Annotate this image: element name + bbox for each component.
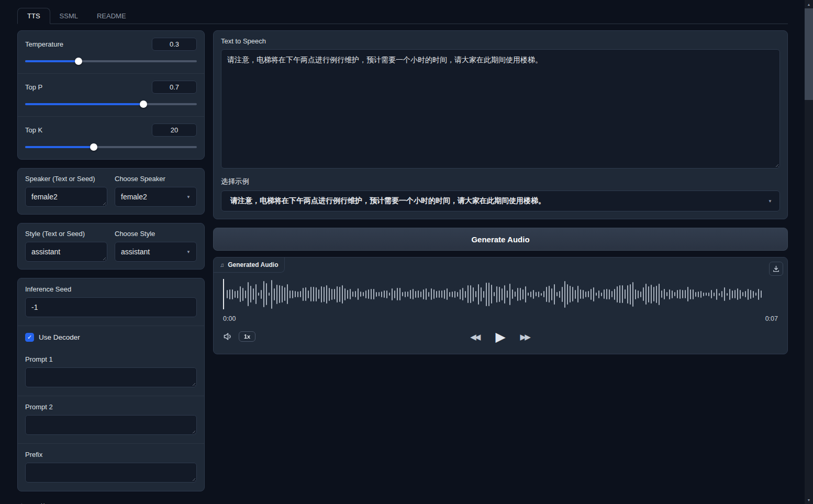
top-k-value-input[interactable]: 20 (152, 124, 197, 137)
music-note-icon: ♫ (220, 262, 224, 268)
top-p-slider[interactable] (25, 100, 197, 108)
prefix-input[interactable] (25, 463, 197, 483)
example-selected-value: 请注意，电梯将在下午两点进行例行维护，预计需要一个小时的时间，请大家在此期间使用… (230, 196, 545, 206)
tts-tab-content: Temperature 0.3 Top P 0.7 (17, 30, 788, 491)
generated-audio-title: Generated Audio (228, 261, 278, 268)
choose-style-dropdown[interactable]: assistant ▼ (115, 242, 197, 262)
top-k-row: Top K 20 (18, 116, 204, 159)
right-column: Text to Speech 请注意，电梯将在下午两点进行例行维护，预计需要一个… (213, 30, 788, 354)
chevron-down-icon: ▼ (768, 199, 772, 204)
slider-fill (25, 60, 79, 62)
current-time: 0:00 (223, 315, 236, 322)
top-p-value-input[interactable]: 0.7 (152, 81, 197, 94)
inference-seed-label: Inference Seed (25, 285, 197, 293)
prompt1-row: Prompt 1 (18, 349, 204, 396)
prefix-label: Prefix (25, 451, 197, 458)
temperature-slider[interactable] (25, 58, 197, 65)
playback-speed-button[interactable]: 1x (239, 331, 255, 342)
tab-readme[interactable]: README (87, 8, 136, 24)
top-p-label: Top P (25, 83, 42, 91)
inference-seed-row: Inference Seed (18, 278, 204, 326)
duration: 0:07 (765, 315, 778, 322)
chevron-down-icon: ▼ (186, 195, 191, 199)
top-k-label: Top K (25, 126, 42, 134)
use-decoder-checkbox[interactable]: ✓ (25, 333, 34, 342)
choose-style-value: assistant (121, 248, 150, 256)
fast-forward-icon[interactable]: ▶▶ (520, 332, 531, 341)
chevron-down-icon: ▼ (186, 250, 191, 254)
check-icon: ✓ (27, 334, 32, 340)
scroll-down-icon[interactable]: ▼ (805, 496, 813, 504)
download-audio-button[interactable] (769, 262, 783, 276)
text-to-speech-label: Text to Speech (221, 37, 780, 45)
prompt2-label: Prompt 2 (25, 403, 197, 411)
prompt1-label: Prompt 1 (25, 355, 197, 363)
choose-speaker-dropdown[interactable]: female2 ▼ (115, 187, 197, 207)
top-k-slider[interactable] (25, 143, 197, 151)
slider-fill (25, 146, 94, 148)
prompt2-input[interactable] (25, 415, 197, 435)
slider-handle[interactable] (90, 143, 97, 151)
waveform-bars[interactable] (227, 277, 778, 311)
style-text-input[interactable] (25, 242, 107, 262)
volume-icon[interactable] (223, 332, 233, 341)
choose-style-label: Choose Style (115, 230, 197, 238)
choose-speaker-label: Choose Speaker (115, 175, 197, 183)
speaker-text-label: Speaker (Text or Seed) (25, 175, 107, 183)
tab-ssml[interactable]: SSML (50, 8, 87, 24)
page-scrollbar[interactable]: ▲ ▼ (805, 0, 813, 504)
download-icon (773, 265, 779, 272)
examples-label: 选择示例 (221, 177, 780, 186)
inference-seed-input[interactable] (25, 297, 197, 317)
inference-panel: Inference Seed ✓ Use Decoder Prompt 1 (17, 278, 205, 491)
slider-handle[interactable] (140, 100, 147, 108)
tab-tts[interactable]: TTS (17, 8, 50, 24)
play-icon[interactable]: ▶ (495, 330, 505, 343)
temperature-value-input[interactable]: 0.3 (152, 38, 197, 51)
scrollbar-thumb[interactable] (805, 8, 813, 100)
scroll-up-icon[interactable]: ▲ (805, 0, 813, 8)
temperature-label: Temperature (25, 40, 63, 48)
style-panel: Style (Text or Seed) Choose Style assist… (17, 223, 205, 270)
generated-audio-player: ♫ Generated Audio 0:00 0:07 (213, 257, 788, 354)
prompt1-input[interactable] (25, 367, 197, 387)
generate-audio-button[interactable]: Generate Audio (213, 228, 788, 251)
page: TTS SSML README Temperature 0.3 (17, 8, 788, 504)
top-p-row: Top P 0.7 (18, 73, 204, 116)
prompt2-row: Prompt 2 (18, 396, 204, 443)
tts-text-input[interactable]: 请注意，电梯将在下午两点进行例行维护，预计需要一个小时的时间，请大家在此期间使用… (221, 49, 780, 169)
slider-handle[interactable] (75, 58, 82, 65)
playhead-cursor[interactable] (223, 279, 224, 309)
rewind-icon[interactable]: ◀◀ (470, 332, 481, 341)
text-to-speech-panel: Text to Speech 请注意，电梯将在下午两点进行例行维护，预计需要一个… (213, 30, 788, 219)
temperature-row: Temperature 0.3 (18, 31, 204, 73)
left-column: Temperature 0.3 Top P 0.7 (17, 30, 205, 491)
prefix-row: Prefix (18, 443, 204, 491)
choose-speaker-value: female2 (121, 193, 147, 201)
use-decoder-label: Use Decoder (39, 333, 80, 341)
speaker-panel: Speaker (Text or Seed) Choose Speaker fe… (17, 168, 205, 215)
time-row: 0:00 0:07 (223, 315, 778, 322)
slider-fill (25, 103, 143, 105)
speaker-text-input[interactable] (25, 187, 107, 207)
tab-bar: TTS SSML README (17, 8, 788, 24)
example-dropdown[interactable]: 请注意，电梯将在下午两点进行例行维护，预计需要一个小时的时间，请大家在此期间使用… (221, 191, 780, 211)
use-decoder-row[interactable]: ✓ Use Decoder (18, 326, 204, 349)
parameters-panel: Temperature 0.3 Top P 0.7 (17, 30, 205, 160)
generated-audio-header: ♫ Generated Audio (214, 257, 285, 273)
player-controls: 1x ◀◀ ▶ ▶▶ (223, 326, 778, 348)
style-text-label: Style (Text or Seed) (25, 230, 107, 238)
waveform[interactable] (223, 277, 778, 311)
